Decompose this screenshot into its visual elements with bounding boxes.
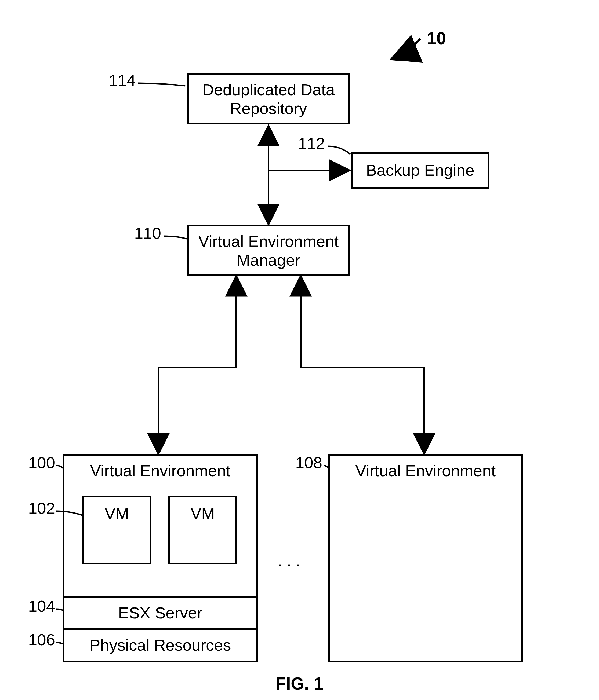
venv-left-ref: 100 (28, 454, 55, 472)
vm1-label: VM (105, 505, 129, 523)
venv-manager-ref: 110 (134, 224, 161, 242)
dedup-repo-ref: 114 (109, 71, 136, 89)
venv-manager-line1: Virtual Environment (198, 232, 339, 250)
figure-ref-number: 10 (427, 29, 446, 48)
venv-manager-leader (164, 236, 187, 239)
phys-ref: 106 (28, 631, 55, 649)
dedup-repo-line1: Deduplicated Data (202, 81, 335, 99)
backup-engine-label: Backup Engine (366, 161, 474, 179)
dedup-repo-group: Deduplicated Data Repository 114 (109, 71, 349, 123)
dedup-repo-line2: Repository (230, 100, 307, 118)
conn-manager-left (159, 276, 236, 453)
figure-reference: 10 (392, 29, 446, 59)
venv-left-group: Virtual Environment VM VM ESX Server Phy… (28, 454, 257, 661)
venv-right-ref: 108 (295, 454, 322, 472)
venv-right-title: Virtual Environment (356, 462, 496, 480)
venv-right-group: Virtual Environment 108 (295, 454, 522, 661)
dedup-repo-leader (138, 83, 185, 86)
phys-label: Physical Resources (90, 636, 231, 654)
ellipsis: . . . (278, 552, 300, 570)
backup-engine-ref: 112 (298, 134, 325, 152)
esx-leader (56, 609, 63, 610)
backup-engine-group: Backup Engine 112 (298, 134, 489, 188)
venv-right-box (329, 455, 522, 661)
vm-ref: 102 (28, 499, 55, 517)
venv-manager-group: Virtual Environment Manager 110 (134, 224, 349, 275)
venv-left-title: Virtual Environment (90, 462, 231, 480)
conn-manager-right (301, 276, 424, 453)
venv-manager-line2: Manager (237, 251, 301, 269)
venv-left-leader (56, 466, 63, 468)
esx-ref: 104 (28, 597, 55, 615)
backup-engine-leader (328, 146, 351, 154)
figure-label: FIG. 1 (275, 674, 323, 693)
vm2-label: VM (191, 505, 215, 523)
esx-label: ESX Server (118, 604, 202, 622)
phys-leader (56, 643, 63, 644)
